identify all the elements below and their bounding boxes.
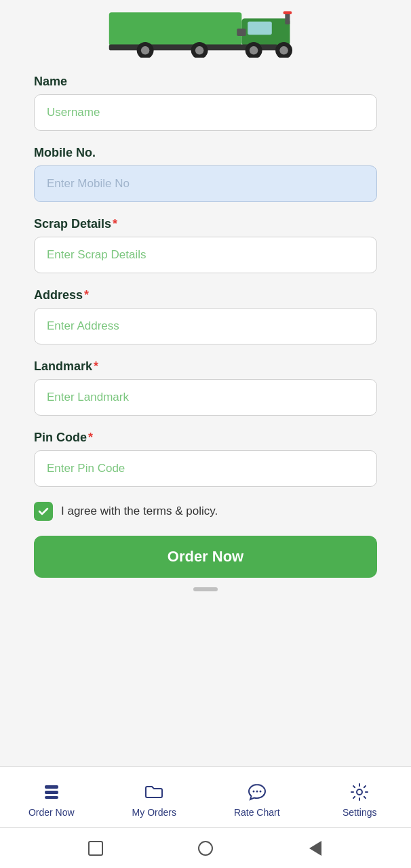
name-field-group: Name: [34, 75, 377, 131]
svg-point-18: [252, 790, 254, 792]
address-input[interactable]: [34, 308, 377, 344]
mobile-input[interactable]: [34, 165, 377, 202]
landmark-label: Landmark*: [34, 359, 377, 374]
gear-icon: [347, 780, 372, 804]
mobile-field-group: Mobile No.: [34, 146, 377, 202]
scrap-label: Scrap Details*: [34, 217, 377, 231]
android-home-button[interactable]: [196, 839, 215, 858]
terms-row: I agree with the terms & policy.: [34, 502, 377, 521]
nav-label-my-orders: My Orders: [132, 807, 176, 818]
scrap-input[interactable]: [34, 237, 377, 273]
android-back-button[interactable]: [306, 839, 325, 858]
android-recents-icon: [88, 841, 103, 856]
pincode-label: Pin Code*: [34, 431, 377, 445]
svg-point-21: [357, 789, 362, 795]
nav-label-settings: Settings: [342, 807, 377, 818]
svg-rect-3: [237, 28, 246, 36]
chat-icon: [245, 780, 269, 804]
pincode-input[interactable]: [34, 450, 377, 487]
svg-rect-17: [45, 796, 58, 799]
android-nav-bar: [0, 827, 411, 868]
pincode-field-group: Pin Code*: [34, 431, 377, 487]
landmark-input[interactable]: [34, 379, 377, 416]
stack-icon: [39, 780, 64, 804]
svg-point-12: [250, 46, 258, 54]
android-square-button[interactable]: [86, 839, 105, 858]
scrap-field-group: Scrap Details*: [34, 217, 377, 273]
name-input[interactable]: [34, 94, 377, 131]
order-now-button[interactable]: Order Now: [34, 536, 377, 578]
svg-point-19: [256, 790, 258, 792]
truck-illustration: [0, 0, 411, 68]
order-form: Name Mobile No. Scrap Details* Address* …: [0, 68, 411, 766]
svg-rect-5: [283, 12, 292, 14]
terms-checkbox[interactable]: [34, 502, 53, 521]
nav-label-order-now: Order Now: [28, 807, 75, 818]
nav-label-rate-chart: Rate Chart: [234, 807, 280, 818]
landmark-field-group: Landmark*: [34, 359, 377, 416]
svg-point-8: [141, 46, 149, 54]
svg-rect-0: [109, 12, 242, 45]
nav-item-my-orders[interactable]: My Orders: [103, 780, 206, 818]
android-home-icon: [198, 841, 213, 856]
scroll-indicator: [34, 587, 377, 591]
folder-icon: [142, 780, 166, 804]
bottom-nav: Order Now My Orders Rate Chart S: [0, 766, 411, 827]
nav-item-settings[interactable]: Settings: [309, 780, 412, 818]
svg-point-10: [195, 46, 203, 54]
name-label: Name: [34, 75, 377, 89]
android-back-icon: [309, 841, 321, 856]
svg-rect-15: [45, 785, 58, 789]
svg-point-20: [259, 790, 261, 792]
nav-item-order-now[interactable]: Order Now: [0, 780, 103, 818]
scroll-dot: [193, 587, 218, 591]
nav-item-rate-chart[interactable]: Rate Chart: [206, 780, 309, 818]
address-label: Address*: [34, 288, 377, 302]
address-field-group: Address*: [34, 288, 377, 344]
svg-rect-2: [248, 22, 272, 35]
svg-rect-16: [45, 791, 58, 794]
mobile-label: Mobile No.: [34, 146, 377, 160]
terms-label: I agree with the terms & policy.: [61, 505, 218, 518]
svg-point-14: [279, 46, 288, 54]
